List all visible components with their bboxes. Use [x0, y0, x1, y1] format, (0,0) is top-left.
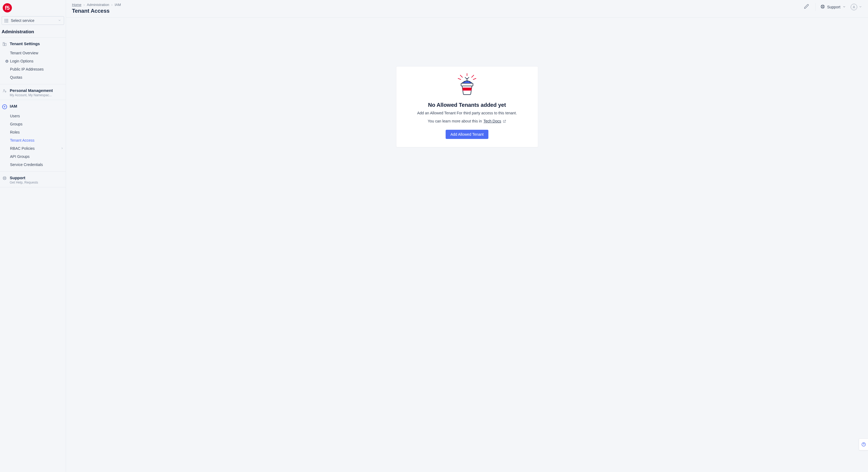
empty-state-learn-more: You can learn more about this in Tech Do…	[428, 119, 506, 124]
topbar-right: Support	[803, 3, 862, 11]
svg-line-11	[5, 177, 6, 178]
sidebar-group-subtitle: Get Help, Requests	[10, 180, 38, 184]
svg-point-6	[3, 90, 5, 91]
sidebar-item-quotas[interactable]: Quotas	[0, 73, 66, 81]
sidebar-item-login-options[interactable]: Login Options	[0, 57, 66, 65]
chevron-down-icon	[843, 5, 846, 9]
chevron-right-icon: ›	[84, 3, 85, 7]
sidebar-item-label: Tenant Overview	[10, 51, 38, 55]
sidebar-item-groups[interactable]: Groups	[0, 120, 66, 128]
empty-state-card: No Allowed Tenants added yet Add an Allo…	[396, 66, 538, 147]
lock-icon	[5, 60, 9, 63]
svg-rect-1	[5, 43, 6, 46]
sidebar-group-iam[interactable]: ✶ IAM	[0, 100, 66, 112]
topbar: Home › Administration › IAM Tenant Acces…	[66, 0, 868, 18]
sidebar-item-users[interactable]: Users	[0, 112, 66, 120]
add-allowed-tenant-button[interactable]: Add Allowed Tenant	[446, 130, 489, 139]
plant-illustration	[457, 72, 477, 96]
sidebar-group-support[interactable]: Support Get Help, Requests	[0, 172, 66, 187]
main: Home › Administration › IAM Tenant Acces…	[66, 0, 868, 472]
sidebar-group-title: Support	[10, 175, 38, 180]
svg-line-24	[473, 78, 476, 79]
help-button[interactable]	[859, 438, 868, 450]
sidebar-item-label: Login Options	[10, 59, 33, 63]
user-avatar-icon	[851, 4, 857, 10]
chevron-right-icon: ›	[111, 3, 112, 7]
support-dropdown[interactable]: Support	[820, 4, 846, 10]
sidebar-group-title: Tenant Settings	[10, 41, 40, 46]
svg-point-7	[5, 91, 6, 92]
content: No Allowed Tenants added yet Add an Allo…	[66, 18, 868, 472]
sidebar-item-tenant-access[interactable]: Tenant Access	[0, 136, 66, 144]
external-link-icon	[503, 120, 506, 124]
sidebar-item-label: API Groups	[10, 155, 30, 159]
svg-line-10	[3, 177, 4, 178]
sidebar-item-label: Service Credentials	[10, 163, 43, 167]
sidebar-item-label: Roles	[10, 130, 20, 134]
breadcrumb-admin[interactable]: Administration	[87, 3, 109, 7]
svg-line-18	[821, 7, 822, 8]
learn-more-prefix: You can learn more about this in	[428, 119, 483, 123]
breadcrumb-home[interactable]: Home	[72, 3, 82, 7]
sidebar-items-iam: Users Groups Roles Tenant Access RBAC Po…	[0, 112, 66, 171]
sidebar-item-label: Quotas	[10, 75, 22, 79]
sidebar-group-title: Personal Management	[10, 88, 53, 93]
svg-line-23	[458, 78, 461, 79]
divider	[815, 3, 815, 11]
tech-docs-link[interactable]: Tech Docs	[484, 119, 501, 123]
sidebar-items-tenant-settings: Tenant Overview Login Options Public IP …	[0, 49, 66, 84]
chevron-down-icon	[859, 5, 862, 9]
empty-state-title: No Allowed Tenants added yet	[428, 102, 506, 108]
lifesaver-icon	[820, 4, 825, 10]
apps-grid-icon	[5, 19, 8, 23]
sidebar-item-label: Groups	[10, 122, 23, 126]
sidebar-group-title: IAM	[10, 104, 17, 108]
sidebar-item-service-credentials[interactable]: Service Credentials	[0, 161, 66, 169]
sidebar-item-label: Users	[10, 114, 20, 118]
sidebar-item-tenant-overview[interactable]: Tenant Overview	[0, 49, 66, 57]
svg-line-21	[460, 75, 462, 77]
svg-point-15	[822, 6, 824, 7]
svg-point-28	[469, 81, 470, 82]
chevron-right-icon	[61, 146, 64, 150]
svg-rect-5	[6, 61, 7, 62]
lifesaver-icon	[2, 176, 7, 180]
chevron-down-icon	[58, 19, 61, 23]
svg-point-26	[464, 81, 465, 82]
building-icon	[2, 42, 7, 46]
svg-line-17	[824, 5, 824, 6]
f5-logo[interactable]: f5	[3, 3, 12, 12]
sidebar-item-rbac-policies[interactable]: RBAC Policies	[0, 144, 66, 153]
sidebar-item-label: RBAC Policies	[10, 146, 35, 150]
person-gear-icon	[2, 89, 7, 93]
svg-rect-30	[463, 88, 472, 91]
sidebar-group-tenant-settings[interactable]: Tenant Settings	[0, 38, 66, 49]
svg-line-13	[5, 179, 6, 179]
sidebar-item-public-ip[interactable]: Public IP Addresses	[0, 65, 66, 73]
sidebar-item-label: Tenant Access	[10, 138, 34, 142]
breadcrumb-iam[interactable]: IAM	[115, 3, 121, 7]
svg-line-16	[821, 5, 822, 6]
topbar-left: Home › Administration › IAM Tenant Acces…	[72, 3, 121, 14]
svg-line-22	[472, 75, 474, 77]
sidebar: f5 Select service Administration Tenant …	[0, 0, 66, 472]
account-dropdown[interactable]	[851, 4, 862, 10]
sidebar-item-label: Public IP Addresses	[10, 67, 43, 71]
svg-point-9	[4, 177, 5, 179]
sidebar-item-api-groups[interactable]: API Groups	[0, 153, 66, 161]
service-selector-label: Select service	[11, 19, 55, 23]
sidebar-item-roles[interactable]: Roles	[0, 128, 66, 136]
logo-container: f5	[0, 0, 66, 14]
edit-pencil-icon[interactable]	[803, 3, 810, 11]
svg-line-12	[3, 179, 4, 179]
svg-point-27	[467, 81, 468, 81]
service-selector[interactable]: Select service	[2, 16, 64, 25]
page-title: Tenant Access	[72, 8, 121, 14]
sidebar-group-subtitle: My Account, My Namespac...	[10, 93, 53, 97]
iam-icon: ✶	[2, 104, 7, 109]
svg-rect-29	[461, 83, 473, 86]
svg-line-19	[824, 7, 824, 8]
empty-state-subtitle: Add an Allowed Tenant For third party ac…	[417, 111, 517, 115]
breadcrumb: Home › Administration › IAM	[72, 3, 121, 7]
sidebar-group-personal-management[interactable]: Personal Management My Account, My Names…	[0, 85, 66, 100]
